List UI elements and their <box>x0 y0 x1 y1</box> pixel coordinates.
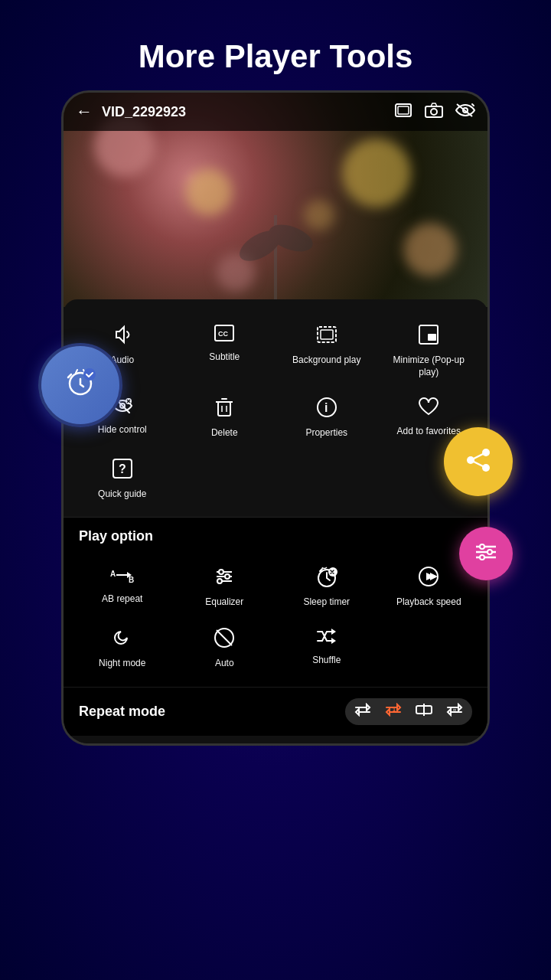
aspect-ratio-icon[interactable] <box>394 103 412 122</box>
svg-marker-61 <box>331 629 336 635</box>
svg-point-50 <box>225 574 230 579</box>
hide-control-label: Hide control <box>98 424 147 436</box>
visibility-off-icon[interactable] <box>455 103 475 122</box>
svg-point-16 <box>431 109 437 115</box>
tool-delete[interactable]: Delete <box>174 387 276 449</box>
svg-line-6 <box>471 460 486 468</box>
svg-text:CC: CC <box>218 330 228 338</box>
svg-line-60 <box>217 630 232 645</box>
svg-point-10 <box>480 544 484 549</box>
tool-auto[interactable]: Auto <box>174 618 276 679</box>
audio-icon <box>112 324 133 348</box>
tool-night-mode[interactable]: Night mode <box>71 618 174 679</box>
auto-icon <box>214 627 235 652</box>
alarm-icon <box>64 365 97 406</box>
svg-rect-14 <box>398 106 409 114</box>
quick-guide-icon: ? <box>112 458 133 482</box>
properties-label: Properties <box>305 427 347 439</box>
svg-point-22 <box>266 220 317 257</box>
tool-quick-guide[interactable]: ? Quick guide <box>71 449 174 510</box>
tool-equalizer[interactable]: Equalizer <box>174 557 276 618</box>
shuffle-icon <box>316 627 337 648</box>
alarm-button[interactable] <box>38 343 122 427</box>
subtitle-label: Subtitle <box>209 351 240 364</box>
repeat-all-button[interactable] <box>354 703 371 720</box>
svg-line-19 <box>472 104 474 106</box>
tool-properties[interactable]: i Properties <box>276 387 378 449</box>
repeat-list-button[interactable]: ∞ <box>446 703 463 720</box>
svg-point-49 <box>219 570 223 574</box>
svg-point-12 <box>480 555 484 560</box>
svg-text:i: i <box>324 401 328 414</box>
ab-repeat-label: AB repeat <box>102 593 142 606</box>
tool-subtitle[interactable]: CC Subtitle <box>174 315 276 387</box>
svg-text:B: B <box>129 576 134 584</box>
delete-icon <box>215 397 233 421</box>
svg-text:∞: ∞ <box>453 707 456 712</box>
video-title: VID_2292923 <box>102 104 385 120</box>
svg-text:1: 1 <box>393 707 396 712</box>
share-icon <box>463 445 494 479</box>
svg-rect-28 <box>428 334 436 341</box>
tool-ab-repeat[interactable]: A B AB repeat <box>71 557 174 618</box>
svg-line-5 <box>471 452 486 460</box>
background-play-icon <box>316 324 337 348</box>
play-option-label: Play option <box>64 517 487 549</box>
camera-icon[interactable] <box>425 103 443 122</box>
subtitle-icon: CC <box>214 324 235 345</box>
back-button[interactable]: ← <box>76 102 93 122</box>
add-favorites-label: Add to favorites <box>397 426 461 438</box>
svg-point-11 <box>487 550 492 554</box>
share-button[interactable] <box>444 427 513 496</box>
playback-speed-label: Playback speed <box>396 596 461 609</box>
sleep-timer-label: Sleep timer <box>303 596 350 609</box>
filter-button[interactable] <box>459 527 513 580</box>
quick-guide-label: Quick guide <box>98 488 146 501</box>
page-title: More Player Tools <box>0 0 551 90</box>
night-mode-icon <box>112 627 133 652</box>
heart-icon <box>418 397 439 420</box>
auto-label: Auto <box>215 658 234 670</box>
equalizer-icon <box>214 566 235 590</box>
svg-rect-34 <box>218 402 230 416</box>
svg-point-51 <box>217 579 222 583</box>
minimize-label: Minimize (Pop-up play) <box>383 354 476 378</box>
properties-icon: i <box>316 397 337 421</box>
tool-sleep-timer[interactable]: Sleep timer <box>276 557 378 618</box>
background-play-label: Background play <box>292 354 360 367</box>
repeat-one-button[interactable]: 1 <box>385 703 402 720</box>
play-once-button[interactable] <box>416 703 432 720</box>
night-mode-label: Night mode <box>99 658 145 670</box>
svg-rect-26 <box>321 330 333 339</box>
filter-icon <box>473 539 499 568</box>
sleep-timer-icon <box>316 566 337 590</box>
tool-minimize[interactable]: Minimize (Pop-up play) <box>378 315 481 387</box>
tool-shuffle[interactable]: Shuffle <box>276 618 378 679</box>
ab-repeat-icon: A B <box>110 566 135 587</box>
shuffle-label: Shuffle <box>312 655 341 667</box>
delete-label: Delete <box>211 427 238 439</box>
svg-marker-62 <box>331 638 336 644</box>
svg-text:A: A <box>110 570 116 578</box>
svg-point-1 <box>83 368 96 381</box>
minimize-icon <box>418 324 439 348</box>
tool-background-play[interactable]: Background play <box>276 315 378 387</box>
equalizer-label: Equalizer <box>205 596 243 609</box>
repeat-mode-label: Repeat mode <box>79 704 165 720</box>
svg-text:?: ? <box>119 462 126 475</box>
playback-speed-icon <box>418 566 439 590</box>
